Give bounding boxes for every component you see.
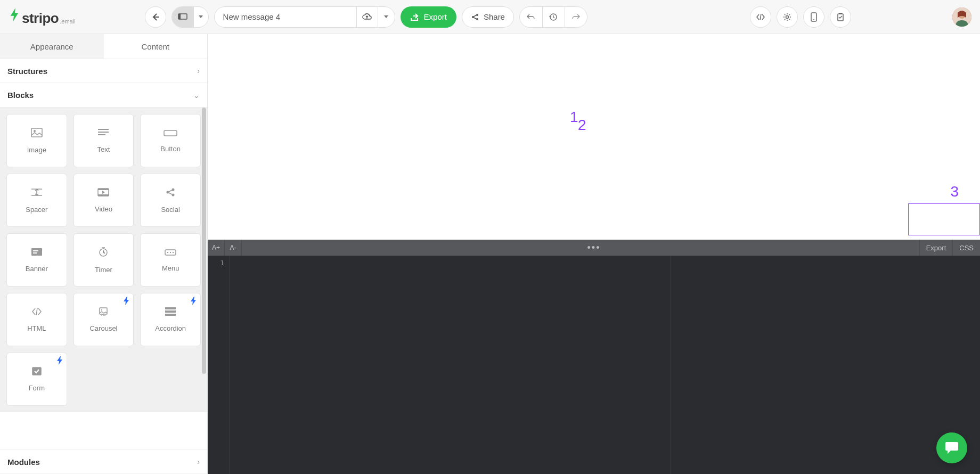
section-blocks[interactable]: Blocks ⌄ [0,83,207,108]
share-icon [471,13,479,21]
code-export-button[interactable]: Export [919,240,953,256]
view-desktop-button[interactable] [172,7,193,27]
arrow-left-icon [151,13,160,21]
share-button[interactable]: Share [462,6,514,28]
user-avatar[interactable] [952,7,971,27]
sidebar-tabs: Appearance Content [0,34,207,59]
svg-point-22 [167,191,169,193]
export-button[interactable]: Export [401,6,456,28]
history-group [519,6,587,28]
code-pane: A+ A- ••• Export CSS 1 2 [208,240,980,474]
history-button[interactable] [542,7,565,27]
svg-rect-16 [98,132,109,133]
editor-canvas: 1 3 A+ A- ••• Export CSS 1 [208,34,980,474]
gear-icon [783,13,791,21]
main-area: Appearance Content Structures › Blocks ⌄… [0,34,980,474]
amp-bolt-icon [191,297,196,307]
code-icon [756,13,765,21]
svg-rect-18 [164,130,177,136]
desktop-icon [178,13,187,21]
preview-pane[interactable]: 1 3 [208,34,980,240]
block-spacer[interactable]: Spacer [6,174,67,227]
clipboard-check-icon [837,13,844,21]
logo-text: stripo [22,10,59,27]
section-modules-label: Modules [7,457,40,467]
document-title-field [214,6,395,28]
carousel-icon [97,307,109,318]
avatar-image [952,7,971,27]
block-label: Button [160,145,181,153]
section-structures[interactable]: Structures › [0,59,207,83]
settings-button[interactable] [777,6,798,28]
code-css-editor[interactable] [671,256,980,474]
chat-button[interactable] [936,432,967,463]
back-button[interactable] [145,6,166,28]
blocks-scrollbar[interactable] [202,108,206,374]
cloud-save-button[interactable] [356,7,378,27]
code-css-button[interactable]: CSS [952,240,980,256]
redo-button[interactable] [565,7,587,27]
block-button[interactable]: Button [140,114,201,167]
tab-content[interactable]: Content [104,34,208,59]
tasks-button[interactable] [830,6,851,28]
view-mode-dropdown[interactable] [193,7,208,27]
image-icon [31,128,43,140]
html-icon [31,307,42,318]
section-blocks-label: Blocks [7,91,34,100]
undo-icon [527,13,535,21]
svg-point-23 [172,188,175,191]
amp-bolt-icon [57,356,62,366]
timer-icon [99,247,108,259]
social-icon [166,187,175,199]
share-label: Share [484,12,505,21]
block-accordion[interactable]: Accordion [140,293,201,346]
block-social[interactable]: Social [140,174,201,227]
code-zoom-out-button[interactable]: A- [225,240,242,256]
amp-bolt-icon [124,297,129,307]
accordion-icon [165,307,176,318]
block-image[interactable]: Image [6,114,67,167]
spacer-icon [31,187,42,199]
export-icon [410,13,420,21]
block-menu[interactable]: Menu [140,233,201,287]
block-banner[interactable]: Banner [6,233,67,287]
block-video[interactable]: Video [74,174,134,227]
svg-point-8 [813,19,814,20]
svg-point-35 [101,315,102,316]
svg-rect-33 [100,308,107,314]
logo[interactable]: stripo .email [9,7,76,27]
block-label: Text [97,145,110,153]
document-title-input[interactable] [215,7,356,27]
svg-rect-21 [98,194,109,196]
annotation-3-box [908,203,980,235]
caret-down-icon [384,15,388,18]
block-form[interactable]: Form [6,353,67,406]
block-label: Accordion [155,324,186,332]
svg-point-34 [101,309,102,310]
section-modules[interactable]: Modules › [0,450,207,474]
code-view-button[interactable] [750,6,771,28]
svg-rect-13 [31,128,42,137]
block-carousel[interactable]: Carousel [74,293,134,346]
annotation-3: 3 [950,183,959,200]
code-resize-handle[interactable]: ••• [587,242,601,254]
blocks-panel: ImageTextButtonSpacerVideoSocialBannerTi… [0,108,207,412]
logo-icon [9,7,20,23]
block-label: Spacer [26,206,47,214]
chevron-right-icon: › [197,67,200,75]
undo-button[interactable] [520,7,542,27]
block-timer[interactable]: Timer [74,233,134,287]
block-text[interactable]: Text [74,114,134,167]
tab-appearance[interactable]: Appearance [0,34,104,59]
svg-point-4 [476,18,478,20]
chat-icon [944,441,959,455]
block-label: HTML [27,324,46,332]
title-dropdown-button[interactable] [378,7,395,27]
code-zoom-in-button[interactable]: A+ [208,240,225,256]
block-html[interactable]: HTML [6,293,67,346]
mobile-preview-button[interactable] [803,6,824,28]
block-label: Carousel [89,324,117,332]
annotation-1: 1 [570,109,578,126]
code-html-editor[interactable] [230,256,671,474]
svg-rect-17 [98,134,105,135]
